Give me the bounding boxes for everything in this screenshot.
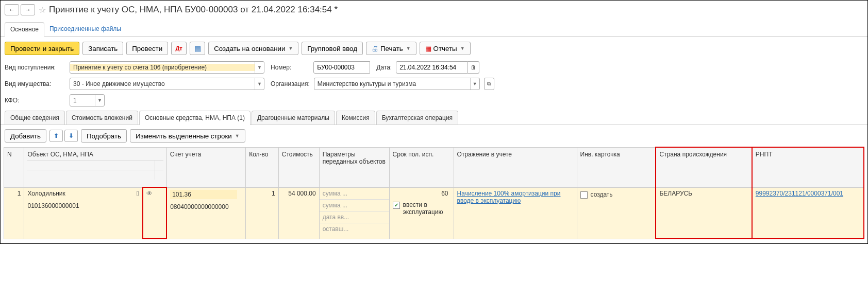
chevron-down-icon[interactable]: ▼ (470, 78, 479, 90)
star-icon[interactable]: ☆ (39, 5, 46, 15)
cell-qty[interactable]: 1 (246, 187, 279, 239)
kfo-select[interactable]: 1 ▼ (70, 94, 105, 107)
col-country: Страна происхождения (656, 147, 752, 187)
arrow-left-icon: ← (9, 6, 15, 13)
col-object: Объект ОС, НМА, НПА (24, 147, 166, 187)
post-button[interactable]: Провести (126, 42, 168, 55)
org-open-button[interactable]: ⧉ (484, 78, 494, 90)
kfo-label: КФО: (5, 97, 68, 104)
report-icon: ▦ (425, 45, 431, 52)
reflection-link[interactable]: Начисление 100% амортизации при вводе в … (457, 190, 561, 204)
cell-params[interactable]: сумма ... сумма ... дата вв... оставш... (319, 187, 389, 239)
reports-button[interactable]: ▦ Отчеты▼ (420, 42, 471, 55)
eye-icon: 👁 (146, 190, 153, 197)
date-label: Дата: (376, 64, 392, 71)
tab-fixed-assets[interactable]: Основные средства, НМА, НПА (1) (139, 111, 251, 125)
caret-down-icon: ▼ (460, 46, 465, 51)
cell-rnpt[interactable]: 99992370/231121/0000371/001 (752, 187, 864, 239)
page-title: Принятие к учету ОС, НМА, НПА БУ00-00000… (49, 3, 338, 17)
nav-forward-button[interactable]: → (21, 4, 35, 15)
cell-object[interactable]: Холодильник▯ 010136000000001 (24, 187, 143, 239)
save-button[interactable]: Записать (82, 42, 123, 55)
nav-back-button[interactable]: ← (5, 4, 19, 15)
cell-cost[interactable]: 54 000,00 (278, 187, 319, 239)
post-close-button[interactable]: Провести и закрыть (5, 42, 79, 55)
col-n: N (4, 147, 24, 187)
col-inv-card: Инв. карточка (577, 147, 656, 187)
cell-country[interactable]: БЕЛАРУСЬ (656, 187, 752, 239)
col-params: Параметры переданных объектов (319, 147, 389, 187)
col-account: Счет учета (166, 147, 245, 187)
open-icon: ⧉ (487, 81, 491, 87)
printer-icon: 🖨 (372, 45, 378, 52)
rnpt-link[interactable]: 99992370/231121/0000371/001 (756, 190, 843, 197)
col-cost: Стоимость (278, 147, 319, 187)
cell-n: 1 (4, 187, 24, 239)
grid-header-row: N Объект ОС, НМА, НПА Счет учета Кол-во … (4, 147, 864, 187)
top-tab-main[interactable]: Основное (5, 22, 44, 37)
date-field[interactable] (396, 61, 468, 74)
create-based-button[interactable]: Создать на основании▼ (208, 42, 298, 55)
col-rnpt: РНПТ (752, 147, 864, 187)
arrow-right-icon: → (25, 6, 31, 13)
caret-down-icon: ▼ (406, 46, 411, 51)
grid-row[interactable]: 1 Холодильник▯ 010136000000001 👁 101.36 … (4, 187, 864, 239)
tab-commission[interactable]: Комиссия (336, 111, 375, 125)
edit-rows-button[interactable]: Изменить выделенные строки▼ (130, 129, 245, 143)
cell-mark[interactable]: 👁 (143, 187, 166, 239)
income-type-select[interactable]: Принятие к учету со счета 106 (приобрете… (70, 61, 264, 74)
tab-investment-cost[interactable]: Стоимость вложений (66, 111, 138, 125)
income-type-label: Вид поступления: (5, 64, 68, 71)
calendar-icon: 🗓 (471, 64, 476, 70)
section-tabs: Общие сведения Стоимость вложений Основн… (1, 111, 867, 125)
cell-account[interactable]: 101.36 08040000000000000 (166, 187, 245, 239)
checkbox-commission[interactable]: ✔ (393, 202, 400, 209)
print-button[interactable]: 🖨 Печать▼ (366, 42, 416, 55)
chevron-down-icon[interactable]: ▼ (95, 95, 104, 106)
number-label: Номер: (271, 64, 291, 71)
arrow-up-icon: ⬆ (54, 132, 59, 139)
col-service-life: Срок пол. исп. (389, 147, 454, 187)
cell-reflection[interactable]: Начисление 100% амортизации при вводе в … (454, 187, 577, 239)
main-toolbar: Провести и закрыть Записать Провести Дт … (1, 42, 867, 61)
tab-accounting-op[interactable]: Бухгалтерская операция (376, 111, 458, 125)
calendar-button[interactable]: 🗓 (468, 61, 479, 74)
title-bar: ← → ☆ Принятие к учету ОС, НМА, НПА БУ00… (1, 1, 867, 19)
org-select[interactable]: Министерство культуры и туризма ▼ (314, 78, 480, 90)
debit-credit-icon: Дт (176, 45, 182, 51)
org-label: Организация: (271, 80, 310, 87)
move-up-button[interactable]: ⬆ (49, 130, 63, 142)
group-input-button[interactable]: Групповой ввод (302, 42, 363, 55)
dk-button[interactable]: Дт (171, 42, 187, 55)
caret-down-icon: ▼ (288, 46, 293, 51)
chevron-down-icon[interactable]: ▼ (255, 62, 264, 73)
cell-service-life[interactable]: 60 ✔ ввести в эксплуатацию (389, 187, 454, 239)
checkbox-create-card[interactable] (580, 191, 588, 199)
document-icon: ▯ (136, 190, 139, 197)
top-tab-files[interactable]: Присоединенные файлы (44, 22, 126, 36)
list-button[interactable]: ▤ (190, 42, 205, 55)
add-row-button[interactable]: Добавить (5, 129, 46, 143)
cell-inv-card[interactable]: создать (577, 187, 656, 239)
move-down-button[interactable]: ⬇ (64, 130, 78, 142)
pick-button[interactable]: Подобрать (81, 129, 127, 143)
property-type-select[interactable]: 30 - Иное движимое имущество ▼ (70, 78, 264, 90)
chevron-down-icon[interactable]: ▼ (255, 78, 264, 90)
list-icon: ▤ (194, 44, 201, 52)
arrow-down-icon: ⬇ (69, 132, 74, 139)
top-tabs: Основное Присоединенные файлы (1, 19, 867, 37)
number-field[interactable] (313, 61, 370, 74)
col-qty: Кол-во (246, 147, 279, 187)
date-field-wrap: 🗓 (396, 61, 479, 74)
caret-down-icon: ▼ (235, 133, 240, 138)
tab-general[interactable]: Общие сведения (5, 111, 65, 125)
col-reflection: Отражение в учете (454, 147, 577, 187)
form-fields: Вид поступления: Принятие к учету со сче… (1, 61, 867, 107)
property-type-label: Вид имущества: (5, 80, 68, 87)
assets-grid: N Объект ОС, НМА, НПА Счет учета Кол-во … (4, 147, 864, 239)
grid-toolbar: Добавить ⬆ ⬇ Подобрать Изменить выделенн… (1, 125, 867, 147)
tab-precious[interactable]: Драгоценные материалы (252, 111, 335, 125)
